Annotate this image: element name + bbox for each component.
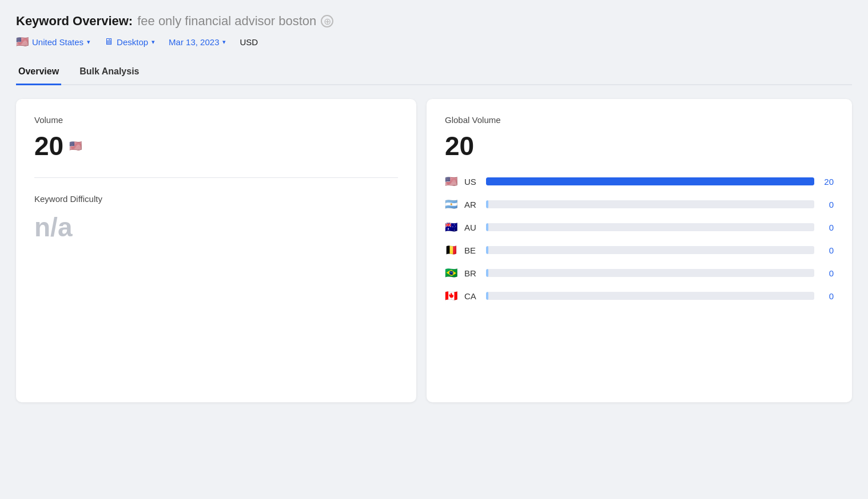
bar-track xyxy=(486,269,814,277)
country-flag-icon: 🇦🇺 xyxy=(445,221,459,233)
volume-flag-icon: 🇺🇸 xyxy=(69,140,82,152)
add-keyword-button[interactable]: ⊕ xyxy=(321,15,333,27)
country-filter-label: United States xyxy=(32,37,83,47)
bar-fill xyxy=(486,200,488,208)
country-code-label: US xyxy=(464,177,480,187)
tab-overview[interactable]: Overview xyxy=(16,60,61,85)
tab-bar: Overview Bulk Analysis xyxy=(16,60,852,85)
list-item: 🇦🇺AU0 xyxy=(445,221,834,233)
bar-fill xyxy=(486,246,488,254)
country-volume-value: 0 xyxy=(820,291,834,301)
bar-fill xyxy=(486,177,814,185)
list-item: 🇧🇪BE0 xyxy=(445,244,834,256)
country-flag-icon: 🇧🇷 xyxy=(445,267,459,279)
device-filter[interactable]: 🖥 Desktop ▾ xyxy=(104,37,155,47)
list-item: 🇺🇸US20 xyxy=(445,175,834,188)
cards-row: Volume 20 🇺🇸 Keyword Difficulty n/a Glob… xyxy=(16,99,852,402)
card-divider xyxy=(34,177,398,178)
tab-bulk-analysis[interactable]: Bulk Analysis xyxy=(77,60,141,85)
country-code-label: CA xyxy=(464,291,480,301)
bar-track xyxy=(486,200,814,208)
volume-label: Volume xyxy=(34,115,398,125)
date-filter-label: Mar 13, 2023 xyxy=(169,37,219,47)
country-filter[interactable]: 🇺🇸 United States ▾ xyxy=(16,35,90,48)
date-chevron-icon: ▾ xyxy=(222,38,226,46)
country-list: 🇺🇸US20🇦🇷AR0🇦🇺AU0🇧🇪BE0🇧🇷BR0🇨🇦CA0 xyxy=(445,175,834,302)
country-code-label: AR xyxy=(464,200,480,209)
currency-label: USD xyxy=(240,37,258,47)
list-item: 🇧🇷BR0 xyxy=(445,267,834,279)
us-flag-icon: 🇺🇸 xyxy=(16,35,29,48)
country-volume-value: 20 xyxy=(820,177,834,187)
filters-row: 🇺🇸 United States ▾ 🖥 Desktop ▾ Mar 13, 2… xyxy=(16,35,852,48)
country-volume-value: 0 xyxy=(820,223,834,232)
country-code-label: BR xyxy=(464,268,480,278)
page-header: Keyword Overview: fee only financial adv… xyxy=(16,14,852,48)
bar-track xyxy=(486,246,814,254)
plus-icon: ⊕ xyxy=(324,16,331,27)
bar-fill xyxy=(486,223,488,231)
page-title-bold: Keyword Overview: xyxy=(16,14,133,29)
country-code-label: AU xyxy=(464,223,480,232)
country-flag-icon: 🇦🇷 xyxy=(445,198,459,211)
country-volume-value: 0 xyxy=(820,200,834,209)
list-item: 🇨🇦CA0 xyxy=(445,290,834,302)
page-title-keyword: fee only financial advisor boston xyxy=(137,14,316,29)
title-row: Keyword Overview: fee only financial adv… xyxy=(16,14,852,29)
country-flag-icon: 🇧🇪 xyxy=(445,244,459,256)
bar-track xyxy=(486,177,814,185)
device-chevron-icon: ▾ xyxy=(152,38,155,46)
country-flag-icon: 🇺🇸 xyxy=(445,175,459,188)
kd-label: Keyword Difficulty xyxy=(34,194,398,204)
device-filter-label: Desktop xyxy=(117,37,148,47)
volume-value: 20 🇺🇸 xyxy=(34,130,398,161)
country-chevron-icon: ▾ xyxy=(87,38,90,46)
bar-track xyxy=(486,292,814,300)
date-filter[interactable]: Mar 13, 2023 ▾ xyxy=(169,37,226,47)
kd-value: n/a xyxy=(34,212,398,243)
monitor-icon: 🖥 xyxy=(104,37,113,47)
country-flag-icon: 🇨🇦 xyxy=(445,290,459,302)
country-volume-value: 0 xyxy=(820,245,834,255)
list-item: 🇦🇷AR0 xyxy=(445,198,834,211)
bar-fill xyxy=(486,292,488,300)
global-volume-label: Global Volume xyxy=(445,115,834,125)
bar-fill xyxy=(486,269,488,277)
global-volume-card: Global Volume 20 🇺🇸US20🇦🇷AR0🇦🇺AU0🇧🇪BE0🇧🇷… xyxy=(427,99,852,402)
global-volume-value: 20 xyxy=(445,130,834,161)
country-volume-value: 0 xyxy=(820,268,834,278)
volume-number: 20 xyxy=(34,130,63,161)
bar-track xyxy=(486,223,814,231)
country-code-label: BE xyxy=(464,245,480,255)
volume-card: Volume 20 🇺🇸 Keyword Difficulty n/a xyxy=(16,99,416,402)
